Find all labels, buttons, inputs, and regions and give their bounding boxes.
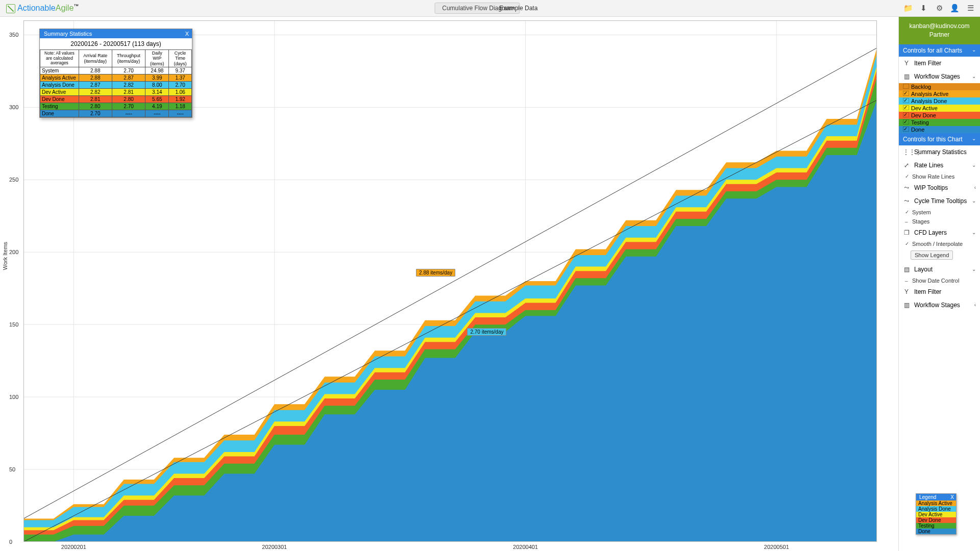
stats-row: Analysis Done2.872.828.002.70 <box>40 82 192 89</box>
col-wip: Daily WIP (items) <box>145 50 169 67</box>
top-bar: ActionableAgile™ Cumulative Flow Diagram… <box>0 0 743 17</box>
y-tick: 300 <box>9 104 18 110</box>
y-tick: 250 <box>9 177 18 183</box>
brand-icon <box>6 4 15 13</box>
throughput-rate-label: 2.70 items/day <box>467 328 506 336</box>
stats-row: System2.882.7024.989.37 <box>40 67 192 74</box>
stats-note: Note: All values are calculated averages <box>40 50 79 67</box>
stats-header[interactable]: Summary Statistics X <box>40 29 192 38</box>
arrival-rate-label: 2.88 items/day <box>416 269 455 277</box>
stats-date-range: 20200126 - 20200517 (113 days) <box>40 38 192 49</box>
brand-tm: ™ <box>74 3 79 9</box>
y-tick: 100 <box>9 394 18 400</box>
stats-table: Note: All values are calculated averages… <box>40 49 192 117</box>
col-throughput: Throughput (items/day) <box>112 50 145 67</box>
data-source-label: Example Data <box>499 5 537 12</box>
y-tick: 200 <box>9 249 18 255</box>
col-cycletime: Cycle Time (days) <box>169 50 192 67</box>
y-axis-label: Work Items <box>2 241 8 269</box>
stats-title: Summary Statistics <box>44 31 92 37</box>
brand-logo[interactable]: ActionableAgile™ <box>6 3 79 13</box>
stats-row: Dev Done2.812.805.651.92 <box>40 96 192 103</box>
brand-text-2: Agile <box>56 4 74 12</box>
brand-text-1: Actionable <box>17 4 56 12</box>
y-tick: 150 <box>9 321 18 328</box>
stats-row: Testing2.802.704.191.18 <box>40 103 192 110</box>
stats-row: Analysis Active2.882.873.991.37 <box>40 74 192 82</box>
stats-row: Done2.70------------ <box>40 110 192 117</box>
close-icon[interactable]: X <box>185 31 189 37</box>
stats-row: Dev Active2.822.813.141.06 <box>40 89 192 96</box>
col-arrival: Arrival Rate (items/day) <box>79 50 112 67</box>
y-tick: 350 <box>9 32 18 38</box>
summary-statistics-panel[interactable]: Summary Statistics X 20200126 - 20200517… <box>39 29 192 118</box>
